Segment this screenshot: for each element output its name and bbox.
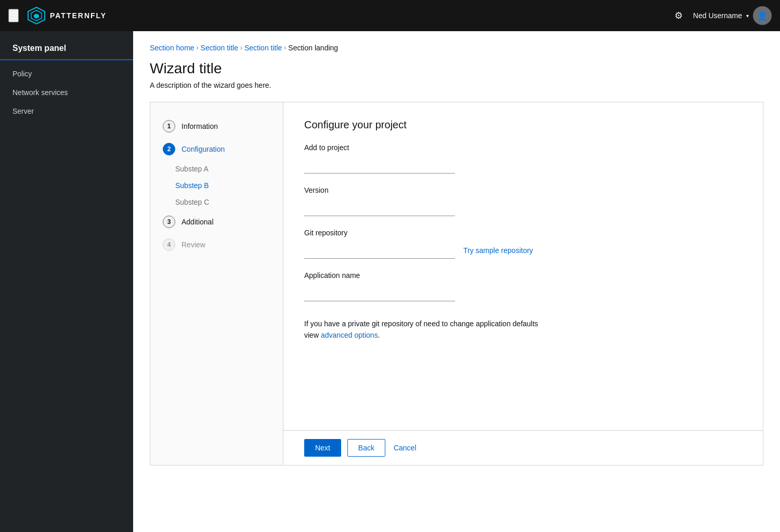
breadcrumb-current: Section landing: [288, 44, 338, 52]
add-to-project-input[interactable]: [304, 155, 455, 174]
wizard-step-information[interactable]: 1 Information: [150, 115, 283, 138]
sidebar-item-network-services[interactable]: Network services: [0, 83, 133, 102]
sidebar-item-server[interactable]: Server: [0, 102, 133, 121]
add-to-project-label: Add to project: [304, 143, 742, 152]
version-input[interactable]: [304, 197, 455, 216]
application-name-input[interactable]: [304, 283, 455, 301]
application-name-label: Application name: [304, 271, 742, 280]
git-repo-row: Try sample repository: [304, 240, 742, 259]
wizard-footer: Next Back Cancel: [283, 430, 763, 465]
user-name: Ned Username: [693, 11, 742, 20]
main-content: Section home › Section title › Section t…: [133, 31, 780, 532]
wizard-step-configuration[interactable]: 2 Configuration: [150, 138, 283, 161]
breadcrumb-sep-3: ›: [284, 44, 286, 51]
top-navigation: ☰ PATTERNFLY ⚙ Ned Username ▾ 👤: [0, 0, 780, 31]
wizard-substeps: Substep A Substep B Substep C: [150, 161, 283, 210]
wizard-step-num-2: 2: [163, 143, 175, 155]
svg-marker-2: [34, 14, 39, 19]
breadcrumb-item-section-title-1[interactable]: Section title: [201, 44, 238, 52]
wizard-step-label-configuration: Configuration: [181, 145, 225, 153]
main-layout: System panel Policy Network services Ser…: [0, 31, 780, 532]
wizard-step-additional[interactable]: 3 Additional: [150, 210, 283, 233]
form-group-git-repository: Git repository Try sample repository: [304, 229, 742, 259]
wizard-step-num-3: 3: [163, 216, 175, 228]
form-group-application-name: Application name: [304, 271, 742, 301]
breadcrumb: Section home › Section title › Section t…: [150, 44, 763, 52]
wizard: 1 Information 2 Configuration Substep A …: [150, 102, 763, 466]
cancel-button[interactable]: Cancel: [392, 440, 419, 456]
topnav-right: ⚙ Ned Username ▾ 👤: [672, 6, 772, 25]
page-title: Wizard title: [150, 60, 763, 77]
breadcrumb-item-section-home[interactable]: Section home: [150, 44, 194, 52]
git-repository-label: Git repository: [304, 229, 742, 237]
hamburger-menu-button[interactable]: ☰: [8, 9, 19, 22]
wizard-step-review: 4 Review: [150, 233, 283, 256]
avatar: 👤: [753, 6, 772, 25]
sidebar-item-policy[interactable]: Policy: [0, 64, 133, 83]
form-group-add-to-project: Add to project: [304, 143, 742, 174]
git-repository-input[interactable]: [304, 240, 455, 259]
wizard-step-num-4: 4: [163, 238, 175, 251]
next-button[interactable]: Next: [304, 439, 341, 457]
wizard-substep-b[interactable]: Substep B: [175, 177, 283, 194]
breadcrumb-sep-2: ›: [240, 44, 242, 51]
settings-button[interactable]: ⚙: [672, 8, 685, 23]
back-button[interactable]: Back: [347, 439, 385, 457]
user-menu[interactable]: Ned Username ▾ 👤: [693, 6, 772, 25]
breadcrumb-item-section-title-2[interactable]: Section title: [244, 44, 282, 52]
wizard-step-num-1: 1: [163, 120, 175, 132]
sidebar-title: System panel: [0, 39, 133, 60]
wizard-substep-a[interactable]: Substep A: [175, 161, 283, 177]
wizard-step-label-additional: Additional: [181, 218, 214, 226]
wizard-body: Configure your project Add to project Ve…: [283, 102, 763, 430]
wizard-section-title: Configure your project: [304, 119, 742, 131]
wizard-nav: 1 Information 2 Configuration Substep A …: [150, 102, 283, 465]
wizard-step-label-information: Information: [181, 122, 218, 130]
wizard-content-area: Configure your project Add to project Ve…: [283, 102, 763, 465]
patternfly-logo-icon: [27, 6, 46, 25]
version-label: Version: [304, 186, 742, 194]
logo-text: PATTERNFLY: [50, 11, 107, 20]
form-group-version: Version: [304, 186, 742, 216]
info-text-after: .: [378, 331, 380, 339]
logo: PATTERNFLY: [27, 6, 107, 25]
page-description: A description of the wizard goes here.: [150, 81, 763, 89]
try-sample-repository-link[interactable]: Try sample repository: [463, 246, 533, 259]
advanced-options-link[interactable]: advanced options: [321, 331, 378, 339]
chevron-down-icon: ▾: [746, 13, 749, 19]
wizard-step-label-review: Review: [181, 241, 205, 249]
sidebar: System panel Policy Network services Ser…: [0, 31, 133, 532]
breadcrumb-sep-1: ›: [197, 44, 199, 51]
info-text: If you have a private git repository of …: [304, 318, 554, 341]
wizard-substep-c[interactable]: Substep C: [175, 194, 283, 210]
